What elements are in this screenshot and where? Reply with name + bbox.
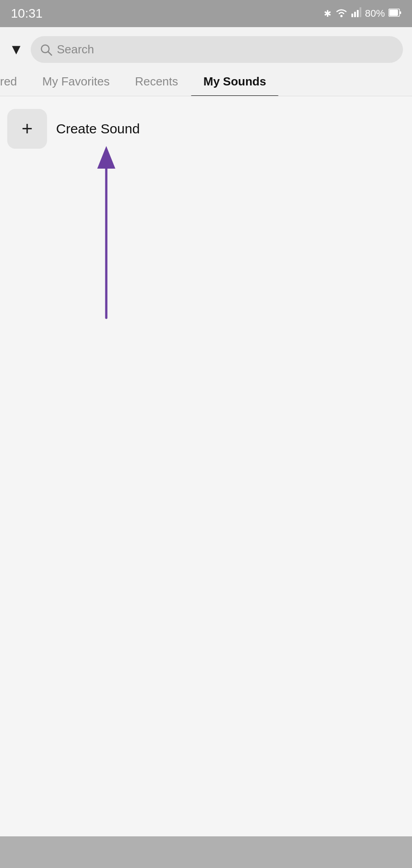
svg-rect-3 — [357, 10, 359, 17]
header: ▼ Search — [0, 27, 412, 63]
search-placeholder: Search — [57, 42, 94, 57]
tab-mysounds[interactable]: My Sounds — [191, 67, 279, 96]
battery-text: 80% — [365, 8, 385, 19]
signal-icon — [351, 7, 361, 20]
svg-point-0 — [340, 15, 342, 17]
status-bar: 10:31 ✱ 80% — [0, 0, 412, 27]
svg-rect-4 — [360, 7, 361, 17]
svg-rect-2 — [354, 12, 356, 17]
battery-icon — [388, 8, 401, 19]
tab-recents[interactable]: Recents — [122, 67, 190, 96]
create-sound-label: Create Sound — [56, 121, 140, 137]
status-icons: ✱ 80% — [324, 7, 401, 20]
search-icon — [40, 43, 52, 56]
create-sound-button[interactable]: + — [7, 109, 47, 149]
arrow-svg — [93, 142, 120, 322]
arrow-annotation — [93, 142, 120, 322]
bottom-bar — [0, 836, 412, 868]
svg-rect-1 — [351, 14, 353, 17]
wifi-icon — [335, 7, 348, 20]
tab-favorites[interactable]: My Favorites — [30, 67, 123, 96]
status-time: 10:31 — [11, 6, 43, 21]
svg-marker-11 — [97, 146, 115, 169]
create-sound-row: + Create Sound — [7, 105, 405, 152]
dropdown-chevron[interactable]: ▼ — [9, 41, 24, 58]
search-bar[interactable]: Search — [31, 36, 403, 63]
tab-bar: red My Favorites Recents My Sounds — [0, 67, 412, 96]
bluetooth-icon: ✱ — [324, 8, 331, 19]
main-content: + Create Sound — [0, 96, 412, 865]
plus-icon: + — [22, 119, 33, 138]
svg-rect-6 — [389, 9, 398, 16]
tab-featured[interactable]: red — [0, 67, 30, 96]
svg-rect-7 — [400, 11, 401, 14]
svg-line-9 — [48, 52, 52, 55]
